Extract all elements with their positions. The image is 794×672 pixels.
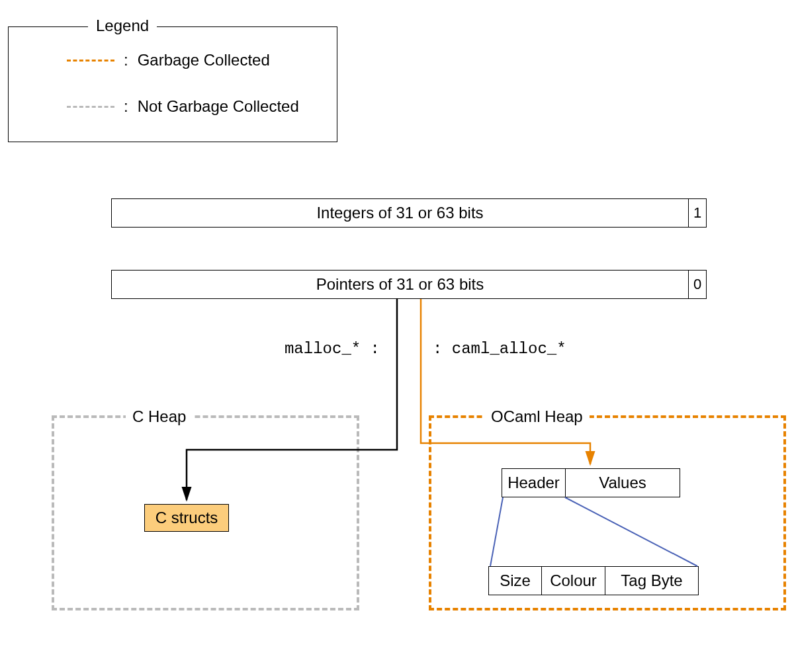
c-structs-box: C structs [144, 504, 229, 532]
header-colour-cell: Colour [542, 567, 605, 595]
integer-word-box: Integers of 31 or 63 bits 1 [111, 198, 707, 228]
integer-label: Integers of 31 or 63 bits [112, 199, 689, 227]
block-values-cell: Values [566, 469, 680, 497]
header-size-cell: Size [489, 567, 542, 595]
legend-row-gc: : Garbage Collected [67, 51, 270, 69]
dashed-line-orange-icon [67, 60, 114, 62]
block-header-cell: Header [502, 469, 566, 497]
pointer-tag-bit: 0 [689, 271, 706, 298]
legend-gc-label: Garbage Collected [138, 51, 270, 69]
legend-title: Legend [88, 17, 157, 35]
header-fields-box: Size Colour Tag Byte [488, 566, 699, 595]
pointer-word-box: Pointers of 31 or 63 bits 0 [111, 270, 707, 299]
legend-not-gc-label: Not Garbage Collected [138, 97, 299, 116]
colon-text: : [124, 97, 128, 116]
c-heap-title: C Heap [126, 407, 193, 426]
legend-box: Legend : Garbage Collected : Not Garbage… [8, 26, 337, 142]
dashed-line-gray-icon [67, 106, 114, 108]
integer-tag-bit: 1 [689, 199, 706, 227]
ocaml-block-box: Header Values [502, 468, 680, 497]
ocaml-heap-title: OCaml Heap [484, 407, 590, 426]
malloc-label: malloc_* : [261, 340, 380, 358]
caml-alloc-label: : caml_alloc_* [433, 340, 566, 358]
header-tag-byte-cell: Tag Byte [605, 567, 698, 595]
colon-text: : [124, 51, 128, 69]
legend-row-not-gc: : Not Garbage Collected [67, 97, 299, 116]
pointer-label: Pointers of 31 or 63 bits [112, 271, 689, 298]
